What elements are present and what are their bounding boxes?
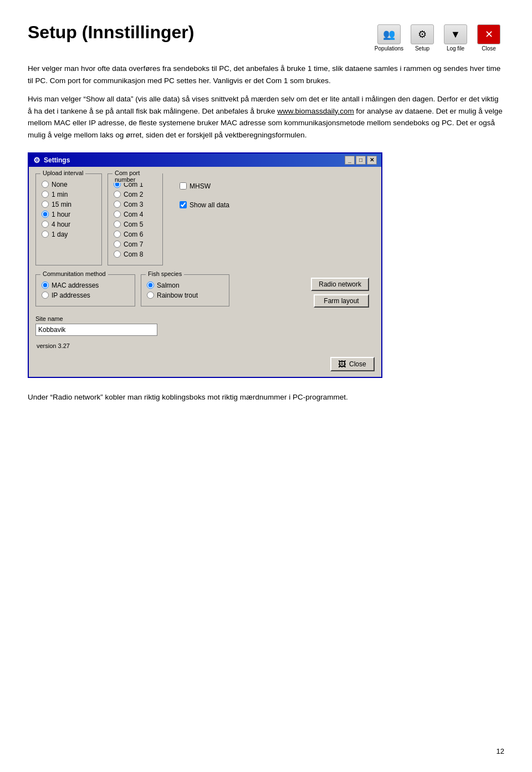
upload-none-label: None (52, 181, 68, 188)
com5-row: Com 5 (114, 221, 157, 228)
com6-row: Com 6 (114, 231, 157, 238)
paragraph-2: Hvis man velger “Show all data” (vis all… (28, 93, 504, 141)
toolbar-icons: 👥 Populations ⚙ Setup ▼ Log file ✕ Close (374, 24, 504, 52)
com4-row: Com 4 (114, 211, 157, 218)
mac-row: MAC addresses (42, 282, 129, 289)
comm-method-legend: Communitation method (40, 270, 108, 277)
page-number: 12 (497, 747, 504, 755)
upload-1day-row: 1 day (42, 231, 96, 238)
upload-1min-row: 1 min (42, 191, 96, 198)
rainbow-label: Rainbow trout (157, 292, 198, 299)
bottom-paragraph: Under “Radio network” kobler man riktig … (28, 391, 504, 403)
dialog-titlebar-left: ⚙ Settings (33, 156, 70, 165)
fish-species-group: Fish species Salmon Rainbow trout (141, 274, 229, 306)
show-all-data-row: Show all data (180, 201, 369, 209)
upload-15min-radio[interactable] (42, 201, 49, 208)
upload-1min-radio[interactable] (42, 191, 49, 198)
restore-button[interactable]: □ (356, 156, 366, 165)
rainbow-row: Rainbow trout (147, 292, 223, 299)
options-area: MHSW Show all data (168, 173, 375, 270)
dialog-close-btn[interactable]: 🖼 Close (330, 357, 375, 371)
dialog-body: Upload interval None 1 min 15 min (29, 167, 381, 357)
salmon-label: Salmon (157, 282, 180, 289)
close-btn-label: Close (349, 360, 366, 368)
site-name-label: Site name (35, 315, 375, 322)
com7-row: Com 7 (114, 241, 157, 248)
setup-label: Setup (415, 45, 429, 52)
mac-radio[interactable] (42, 282, 49, 289)
header-area: Setup (Innstillinger) 👥 Populations ⚙ Se… (28, 22, 504, 52)
com7-radio[interactable] (114, 241, 121, 248)
com3-radio[interactable] (114, 201, 121, 208)
close-label: Close (482, 45, 496, 52)
upload-interval-group: Upload interval None 1 min 15 min (35, 173, 102, 265)
setup-icon: ⚙ (411, 24, 434, 44)
biomassdaily-link[interactable]: www.biomassdaily.com (277, 107, 354, 115)
com5-radio[interactable] (114, 221, 121, 228)
com2-row: Com 2 (114, 191, 157, 198)
close-toolbar-btn[interactable]: ✕ Close (473, 24, 504, 52)
com-port-group: Com port number Com 1 Com 2 Com 3 (108, 173, 163, 265)
logfile-toolbar-btn[interactable]: ▼ Log file (440, 24, 471, 52)
salmon-radio[interactable] (147, 282, 154, 289)
upload-1hour-label: 1 hour (52, 211, 70, 218)
ip-radio[interactable] (42, 292, 49, 299)
com8-radio[interactable] (114, 250, 121, 258)
page-title: Setup (Innstillinger) (28, 22, 362, 43)
com6-radio[interactable] (114, 231, 121, 238)
radio-network-button[interactable]: Radio network (311, 278, 369, 291)
ip-row: IP addresses (42, 292, 129, 299)
right-side-buttons: Radio network Farm layout (235, 274, 375, 311)
populations-icon: 👥 (377, 24, 401, 44)
farm-layout-button[interactable]: Farm layout (314, 294, 369, 308)
close-icon-small: 🖼 (338, 360, 346, 369)
rainbow-radio[interactable] (147, 292, 154, 299)
upload-4hour-label: 4 hour (52, 221, 70, 228)
setup-toolbar-btn[interactable]: ⚙ Setup (407, 24, 438, 52)
com6-label: Com 6 (124, 231, 143, 238)
version-text: version 3.27 (35, 340, 375, 350)
upload-1hour-row: 1 hour (42, 211, 96, 218)
upload-interval-legend: Upload interval (40, 170, 85, 176)
dialog-titlebar-buttons: _ □ ✕ (345, 156, 377, 165)
mac-label: MAC addresses (52, 282, 99, 289)
show-all-data-row-spacer: Show all data (180, 201, 369, 209)
title-text-area: Setup (Innstillinger) (28, 22, 362, 46)
site-name-input[interactable] (35, 324, 157, 336)
upload-1day-radio[interactable] (42, 231, 49, 238)
com8-label: Com 8 (124, 250, 143, 258)
upload-4hour-radio[interactable] (42, 221, 49, 228)
com5-label: Com 5 (124, 221, 143, 228)
upload-15min-row: 15 min (42, 201, 96, 208)
paragraph-1: Her velger man hvor ofte data overføres … (28, 63, 504, 86)
populations-toolbar-btn[interactable]: 👥 Populations (374, 24, 405, 52)
mhsw-label: MHSW (190, 182, 211, 190)
fish-species-legend: Fish species (146, 270, 184, 277)
settings-gear-icon: ⚙ (33, 156, 40, 165)
com2-label: Com 2 (124, 191, 143, 198)
upload-1hour-radio[interactable] (42, 211, 49, 218)
mhsw-row: MHSW (180, 182, 369, 190)
upload-none-row: None (42, 181, 96, 188)
populations-label: Populations (375, 45, 403, 52)
com-port-legend: Com port number (112, 170, 162, 183)
upload-15min-label: 15 min (52, 201, 71, 208)
com4-label: Com 4 (124, 211, 143, 218)
ip-label: IP addresses (52, 292, 90, 299)
com7-label: Com 7 (124, 241, 143, 248)
dialog-titlebar: ⚙ Settings _ □ ✕ (29, 154, 381, 167)
upload-1min-label: 1 min (52, 191, 68, 198)
mhsw-checkbox[interactable] (180, 182, 187, 190)
salmon-row: Salmon (147, 282, 223, 289)
logfile-icon: ▼ (444, 24, 467, 44)
dialog-title: Settings (44, 156, 70, 164)
settings-dialog: ⚙ Settings _ □ ✕ Upload interval None (28, 152, 382, 378)
com3-row: Com 3 (114, 201, 157, 208)
show-all-data-label: Show all data (190, 201, 229, 209)
upload-none-radio[interactable] (42, 181, 49, 188)
dialog-close-button[interactable]: ✕ (367, 156, 377, 165)
com2-radio[interactable] (114, 191, 121, 198)
com4-radio[interactable] (114, 211, 121, 218)
minimize-button[interactable]: _ (345, 156, 355, 165)
show-all-data-checkbox[interactable] (180, 201, 187, 208)
